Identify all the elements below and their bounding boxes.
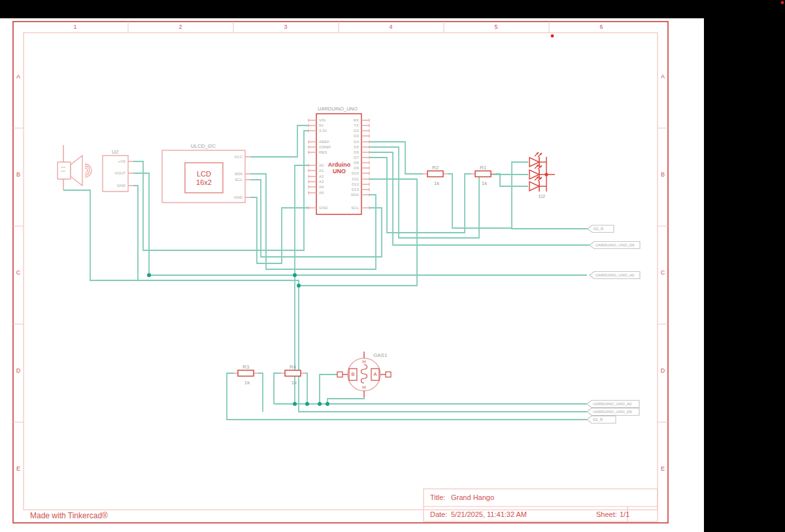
wire[interactable] — [327, 397, 364, 404]
r3-ref-label: R3 — [242, 364, 249, 370]
arduino-pin-label: GND — [319, 206, 328, 210]
arduino-ref-label: UARDUINO_UNO — [318, 106, 358, 112]
r2-value-label: 1k — [434, 180, 439, 186]
title-value[interactable]: Grand Hango — [451, 493, 494, 501]
r4-value-label: 1k — [292, 380, 297, 386]
schematic-canvas[interactable]: 123456AABBCCDDEE+VSVOUTGNDVCCSDASCLGNDVI… — [0, 0, 785, 532]
arduino-part-label: Arduino UNO — [328, 161, 351, 175]
arduino-pin-label: A1 — [319, 169, 324, 173]
speaker-component[interactable] — [58, 145, 92, 190]
svg-text:D2: D2 — [354, 129, 359, 133]
svg-text:2: 2 — [178, 24, 182, 30]
svg-text:D4: D4 — [354, 140, 359, 144]
arduino-pin-label: RES — [319, 150, 327, 154]
date-value: 5/21/2025, 11:41:32 AM — [451, 510, 527, 518]
resistor-component[interactable] — [233, 371, 258, 376]
r3-value-label: 1k — [244, 380, 250, 386]
svg-text:SDA: SDA — [235, 172, 242, 176]
svg-text:D11: D11 — [352, 177, 359, 181]
net-label-flag[interactable]: UARDUINO_UNO_D6 — [587, 408, 639, 416]
red-dot — [781, 1, 784, 5]
sheet-frame: 123456AABBCCDDEE — [13, 22, 668, 523]
u2-component[interactable]: +VSVOUTGND — [103, 156, 133, 191]
arduino-pin-label: D12 — [352, 182, 359, 186]
svg-text:D7: D7 — [354, 156, 359, 159]
wire[interactable] — [274, 373, 281, 404]
frame-column-label: 3 — [284, 24, 287, 30]
svg-text:5: 5 — [494, 24, 497, 30]
net-label-flag[interactable]: UARDUINO_UNO_D6 — [590, 242, 640, 249]
arduino-pin-label: A3 — [319, 180, 324, 184]
wire[interactable] — [227, 373, 587, 420]
led-group-d2[interactable] — [529, 152, 555, 191]
svg-text:A4: A4 — [319, 185, 324, 189]
arduino-pin-label: SCL — [351, 206, 359, 210]
wire[interactable] — [133, 173, 149, 275]
r1-ref-label: R1 — [480, 165, 486, 171]
date-label: Date: — [430, 510, 447, 518]
svg-text:C: C — [661, 269, 665, 276]
wire[interactable] — [295, 165, 309, 404]
svg-text:H: H — [362, 359, 365, 364]
svg-text:B: B — [351, 371, 354, 377]
r2-ref-label: R2 — [432, 165, 439, 171]
gas-sensor-component[interactable]: HHBA — [337, 352, 391, 397]
frame-row-label: EE — [16, 465, 665, 472]
wire[interactable] — [133, 186, 138, 280]
svg-text:D10: D10 — [352, 171, 359, 175]
r4-ref-label: R4 — [290, 364, 296, 370]
wire[interactable] — [250, 197, 309, 263]
wire[interactable] — [63, 190, 587, 412]
svg-text:6: 6 — [599, 24, 603, 30]
arduino-pin-label: RX — [354, 118, 359, 122]
svg-text:C: C — [16, 269, 21, 276]
lcd-pin-label: SDA — [235, 172, 242, 176]
lcd-ref-label: ULCD_I2C — [191, 143, 216, 149]
arduino-pin-label: TX — [354, 124, 359, 127]
arduino-pin-label: D5 — [354, 145, 359, 149]
net-label-flag[interactable]: UARDUINO_UNO_A0 — [587, 401, 639, 408]
arduino-pin-label: D10 — [352, 171, 359, 175]
svg-text:UARDUINO_UNO_A0: UARDUINO_UNO_A0 — [593, 402, 632, 406]
arduino-pin-label: SDA — [351, 193, 359, 197]
wire[interactable] — [320, 374, 337, 404]
resistor-component[interactable] — [423, 171, 448, 177]
resistor-component[interactable] — [471, 171, 495, 177]
wire[interactable] — [250, 125, 309, 157]
wire[interactable] — [258, 373, 263, 412]
gas1-ref-label: GAS1 — [373, 352, 387, 358]
svg-text:SCL: SCL — [235, 178, 242, 182]
arduino-pin-label: D13 — [352, 188, 359, 191]
frame-column-label: 6 — [599, 24, 603, 30]
resistor-component[interactable] — [280, 371, 305, 376]
arduino-pin-label: AREF — [319, 140, 329, 144]
svg-text:3.3V: 3.3V — [319, 129, 327, 133]
wire[interactable] — [512, 162, 588, 229]
wire[interactable] — [305, 373, 307, 404]
wire-junction-dot — [293, 273, 297, 277]
svg-text:VCC: VCC — [234, 155, 242, 159]
wire-junction-dot — [297, 284, 301, 288]
speaker-sound-waves — [85, 168, 88, 173]
svg-text:A0: A0 — [319, 163, 324, 167]
lcd-display-line1: LCD — [196, 170, 212, 178]
svg-text:SCL: SCL — [351, 206, 359, 210]
svg-text:D9: D9 — [354, 166, 359, 170]
svg-text:RES: RES — [319, 150, 327, 154]
wire-junction-dot — [147, 273, 151, 277]
frame-column-label: 1 — [73, 24, 76, 30]
arduino-pin-label: D11 — [352, 177, 359, 181]
arduino-pin-label: 3.3V — [319, 129, 327, 133]
net-label-flag[interactable]: D2_R — [587, 416, 616, 424]
net-label-flag[interactable]: UARDUINO_UNO_A0 — [590, 272, 640, 279]
net-label-flag[interactable]: D2_R — [588, 225, 614, 233]
arduino-pin-label: VIN — [319, 118, 326, 122]
svg-text:H: H — [362, 385, 365, 390]
wire-junction-dot — [305, 402, 309, 406]
wire[interactable] — [369, 158, 471, 233]
arduino-pin-label: D3 — [354, 134, 359, 138]
wire[interactable] — [448, 174, 512, 228]
svg-text:D2_R: D2_R — [593, 227, 604, 231]
svg-text:D6: D6 — [354, 150, 359, 154]
svg-text:B: B — [16, 171, 20, 178]
